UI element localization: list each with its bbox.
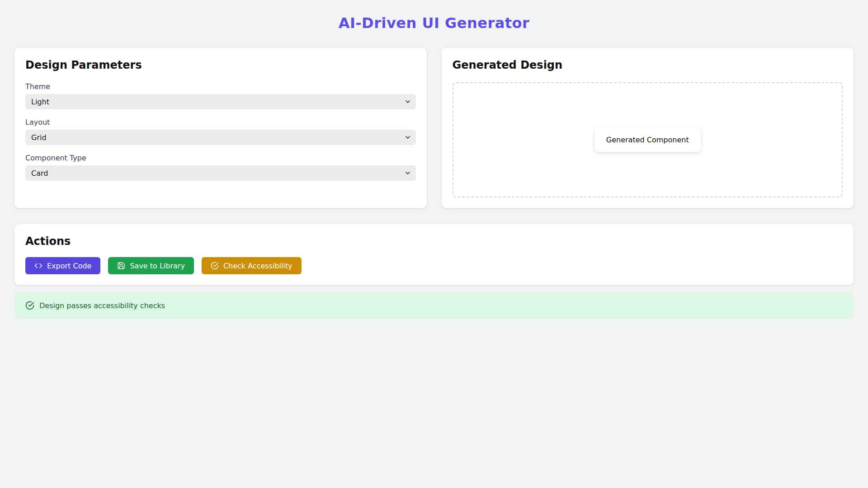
export-code-button[interactable]: Export Code: [25, 257, 100, 274]
status-message: Design passes accessibility checks: [39, 301, 165, 310]
save-to-library-button[interactable]: Save to Library: [108, 257, 193, 274]
page: AI-Driven UI Generator Design Parameters…: [0, 0, 868, 319]
design-parameters-heading: Design Parameters: [25, 59, 416, 71]
theme-field: Theme Light: [25, 82, 416, 109]
check-circle-icon: [25, 301, 34, 310]
actions-buttons-row: Export Code Save to Library Check Access…: [25, 257, 843, 274]
layout-field: Layout Grid: [25, 118, 416, 145]
theme-select-wrap: Light: [25, 94, 416, 109]
generated-component-card: Generated Component: [594, 128, 701, 152]
actions-heading: Actions: [25, 235, 843, 248]
component-type-select-wrap: Card: [25, 165, 416, 181]
theme-select[interactable]: Light: [25, 94, 416, 109]
check-accessibility-button[interactable]: Check Accessibility: [202, 257, 302, 274]
panels-row: Design Parameters Theme Light Layout Gri…: [14, 48, 854, 208]
layout-select[interactable]: Grid: [25, 130, 416, 145]
component-type-label: Component Type: [25, 154, 416, 162]
layout-select-wrap: Grid: [25, 130, 416, 145]
save-icon: [117, 262, 125, 270]
check-circle-icon: [211, 262, 219, 270]
design-parameters-panel: Design Parameters Theme Light Layout Gri…: [14, 48, 427, 208]
actions-panel: Actions Export Code Save to Library Chec…: [14, 224, 854, 285]
component-type-select[interactable]: Card: [25, 165, 416, 181]
layout-label: Layout: [25, 118, 416, 127]
status-banner: Design passes accessibility checks: [14, 292, 854, 319]
check-accessibility-label: Check Accessibility: [223, 262, 292, 270]
component-type-field: Component Type Card: [25, 154, 416, 181]
theme-label: Theme: [25, 82, 416, 91]
design-preview-area: Generated Component: [453, 82, 843, 197]
generated-design-heading: Generated Design: [453, 59, 843, 71]
code-icon: [34, 262, 42, 270]
page-title: AI-Driven UI Generator: [14, 0, 854, 32]
export-code-label: Export Code: [47, 262, 91, 270]
generated-design-panel: Generated Design Generated Component: [442, 48, 854, 208]
save-to-library-label: Save to Library: [130, 262, 184, 270]
